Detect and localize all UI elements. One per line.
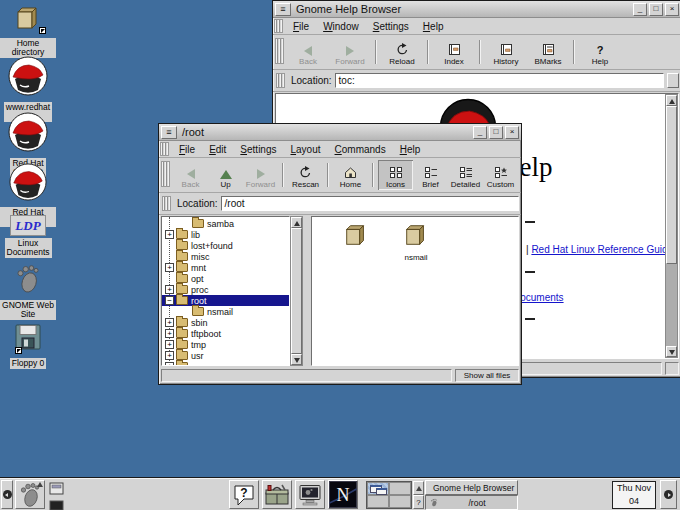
resize-grip[interactable] [665, 362, 679, 375]
drag-handle[interactable] [275, 38, 284, 64]
tree-item-selected[interactable]: −root [162, 295, 289, 306]
scroll-down-icon[interactable] [666, 346, 677, 357]
desktop-icon-gnome-web-site[interactable]: GNOME Web Site [0, 264, 56, 320]
expand-plus-icon[interactable]: + [165, 362, 174, 366]
terminal-launcher[interactable] [295, 480, 325, 509]
forward-button[interactable]: Forward [329, 37, 371, 67]
up-button[interactable]: Up [208, 160, 243, 190]
reload-button[interactable]: Reload [381, 37, 423, 67]
icons-view-button[interactable]: Icons [378, 160, 413, 190]
desktop-icon-floppy[interactable]: Floppy 0 [0, 322, 56, 369]
brief-view-button[interactable]: Brief [413, 160, 448, 190]
drawer-applet[interactable] [49, 481, 67, 509]
workspace-4[interactable] [389, 495, 411, 508]
desk-guide-arrow-button[interactable] [413, 481, 424, 495]
workspace-3[interactable] [367, 495, 389, 508]
main-menu-button[interactable] [15, 480, 45, 509]
tree-item-label: lost+found [191, 241, 233, 251]
rescan-button[interactable]: Rescan [288, 160, 323, 190]
menu-commands[interactable]: Commands [328, 142, 393, 157]
scrollbar-thumb[interactable] [666, 106, 677, 264]
pane-divider[interactable] [303, 216, 311, 366]
expander-spacer [165, 274, 174, 283]
workspace-1-active[interactable] [367, 482, 389, 495]
shortcut-badge-icon [15, 347, 22, 354]
close-button[interactable]: × [505, 126, 519, 139]
help-button[interactable]: ? Help [579, 37, 621, 67]
expand-plus-icon[interactable]: + [165, 285, 174, 294]
help-titlebar[interactable]: ≡ Gnome Help Browser _ □ × [273, 1, 680, 18]
index-button[interactable]: Index [433, 37, 475, 67]
netscape-launcher[interactable]: N [328, 480, 358, 509]
file-item[interactable]: nsmail [386, 222, 446, 262]
task-button-root[interactable]: /root [425, 495, 518, 510]
detailed-view-button[interactable]: Detailed [448, 160, 483, 190]
custom-view-button[interactable]: Custom [483, 160, 518, 190]
drag-handle[interactable] [160, 142, 169, 156]
window-menu-icon[interactable]: ≡ [275, 3, 291, 16]
clock-applet[interactable]: Thu Nov 04 2:06 PM [612, 481, 656, 509]
desk-guide-applet[interactable] [366, 481, 412, 509]
menu-settings[interactable]: Settings [366, 19, 416, 34]
desktop-icon-ldp[interactable]: LDP Linux Documents [0, 215, 56, 258]
drag-handle[interactable] [162, 196, 171, 211]
expander-spacer [181, 307, 190, 316]
expand-plus-icon[interactable]: + [165, 340, 174, 349]
help-launcher[interactable]: ? [229, 480, 259, 509]
expand-plus-icon[interactable]: + [165, 329, 174, 338]
forward-button[interactable]: Forward [243, 160, 278, 190]
clock-date: Thu Nov 04 [613, 482, 655, 508]
expand-plus-icon[interactable]: + [165, 318, 174, 327]
file-item[interactable] [326, 222, 386, 253]
home-button[interactable]: Home [333, 160, 368, 190]
toolbar-separator [427, 40, 429, 64]
scroll-up-icon[interactable] [666, 95, 677, 106]
location-input[interactable]: /root [221, 196, 519, 211]
panel-hide-left-button[interactable] [1, 480, 13, 509]
back-button[interactable]: Back [173, 160, 208, 190]
drag-handle[interactable] [274, 19, 283, 33]
expand-plus-icon[interactable]: + [165, 263, 174, 272]
file-icon-panel: nsmail [311, 216, 519, 366]
menu-edit[interactable]: Edit [202, 142, 233, 157]
location-dropdown-button[interactable] [667, 73, 679, 88]
menu-settings[interactable]: Settings [233, 142, 283, 157]
back-button[interactable]: Back [287, 37, 329, 67]
menu-window[interactable]: Window [316, 19, 366, 34]
scrollbar-thumb[interactable] [291, 228, 302, 354]
menu-help[interactable]: Help [416, 19, 451, 34]
maximize-button[interactable]: □ [489, 126, 503, 139]
panel-hide-right-button[interactable] [660, 480, 677, 509]
close-button[interactable]: × [665, 3, 679, 16]
menu-file[interactable]: File [286, 19, 316, 34]
menu-layout[interactable]: Layout [284, 142, 328, 157]
maximize-button[interactable]: □ [649, 3, 663, 16]
bmarks-button[interactable]: BMarks [527, 37, 569, 67]
window-menu-icon[interactable]: ≡ [161, 126, 177, 139]
workspace-2[interactable] [389, 482, 411, 495]
collapse-minus-icon[interactable]: − [165, 296, 174, 305]
config-tool-launcher[interactable] [262, 480, 292, 509]
reference-guide-link[interactable]: Red Hat Linux Reference Guide [531, 244, 673, 255]
netscape-n-glyph: N [337, 485, 350, 505]
fm-titlebar[interactable]: ≡ /root _ □ × [159, 124, 521, 141]
minimize-button[interactable]: _ [633, 3, 647, 16]
scroll-up-icon[interactable] [291, 217, 302, 228]
desk-guide-help-button[interactable]: ? [413, 495, 424, 509]
task-button-help-browser[interactable]: Gnome Help Browser [425, 480, 518, 495]
expand-plus-icon[interactable]: + [165, 351, 174, 360]
menu-help[interactable]: Help [393, 142, 428, 157]
window-title: Gnome Help Browser [293, 3, 631, 15]
scroll-down-icon[interactable] [291, 354, 302, 365]
menu-file[interactable]: File [172, 142, 202, 157]
minimize-button[interactable]: _ [473, 126, 487, 139]
tree-scrollbar[interactable] [290, 216, 303, 366]
expand-plus-icon[interactable]: + [165, 230, 174, 239]
drag-handle[interactable] [161, 161, 170, 187]
location-input[interactable]: toc: [335, 73, 664, 88]
drag-handle[interactable] [276, 73, 285, 88]
tree-item[interactable]: +var [162, 361, 289, 366]
help-scrollbar[interactable] [665, 94, 678, 358]
desktop-icon-home-directory[interactable]: Home directory [0, 4, 56, 58]
history-button[interactable]: History [485, 37, 527, 67]
